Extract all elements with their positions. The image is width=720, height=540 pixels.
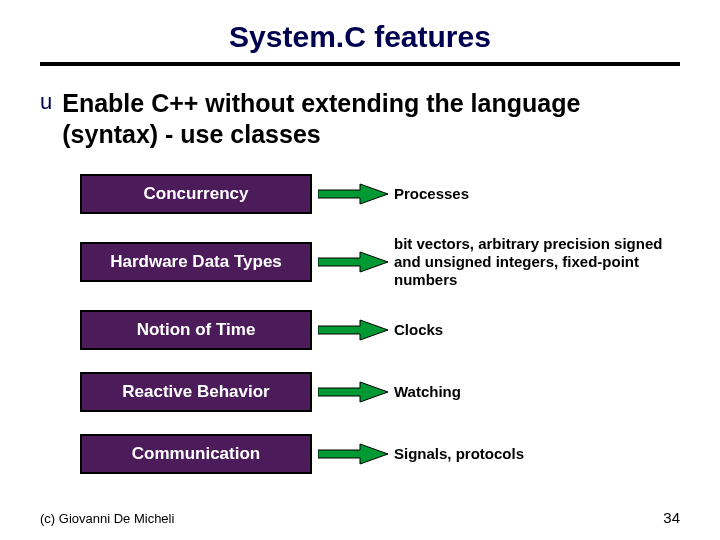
arrow-icon xyxy=(312,318,394,342)
feature-row: Notion of Time Clocks xyxy=(40,309,680,351)
feature-row: Hardware Data Types bit vectors, arbitra… xyxy=(40,235,680,289)
feature-box: Reactive Behavior xyxy=(80,372,312,412)
page-title: System.C features xyxy=(40,20,680,54)
svg-marker-2 xyxy=(318,320,388,340)
page-number: 34 xyxy=(663,509,680,526)
feature-desc: Processes xyxy=(394,185,680,203)
feature-box: Communication xyxy=(80,434,312,474)
title-underline xyxy=(40,62,680,66)
feature-row: Concurrency Processes xyxy=(40,173,680,215)
feature-desc: bit vectors, arbitrary precision signed … xyxy=(394,235,680,289)
feature-desc: Signals, protocols xyxy=(394,445,680,463)
svg-marker-1 xyxy=(318,252,388,272)
feature-box: Hardware Data Types xyxy=(80,242,312,282)
svg-marker-3 xyxy=(318,382,388,402)
feature-rows: Concurrency Processes Hardware Data Type… xyxy=(40,173,680,475)
arrow-icon xyxy=(312,182,394,206)
bullet-marker: u xyxy=(40,90,52,114)
feature-row: Reactive Behavior Watching xyxy=(40,371,680,413)
feature-row: Communication Signals, protocols xyxy=(40,433,680,475)
subtitle-text: Enable C++ without extending the languag… xyxy=(62,88,680,151)
feature-box: Notion of Time xyxy=(80,310,312,350)
feature-desc: Clocks xyxy=(394,321,680,339)
subtitle-row: u Enable C++ without extending the langu… xyxy=(40,88,680,151)
svg-marker-0 xyxy=(318,184,388,204)
arrow-icon xyxy=(312,380,394,404)
footer-copyright: (c) Giovanni De Micheli xyxy=(40,511,174,526)
arrow-icon xyxy=(312,442,394,466)
feature-desc: Watching xyxy=(394,383,680,401)
arrow-icon xyxy=(312,250,394,274)
feature-box: Concurrency xyxy=(80,174,312,214)
svg-marker-4 xyxy=(318,444,388,464)
slide: System.C features u Enable C++ without e… xyxy=(0,0,720,540)
